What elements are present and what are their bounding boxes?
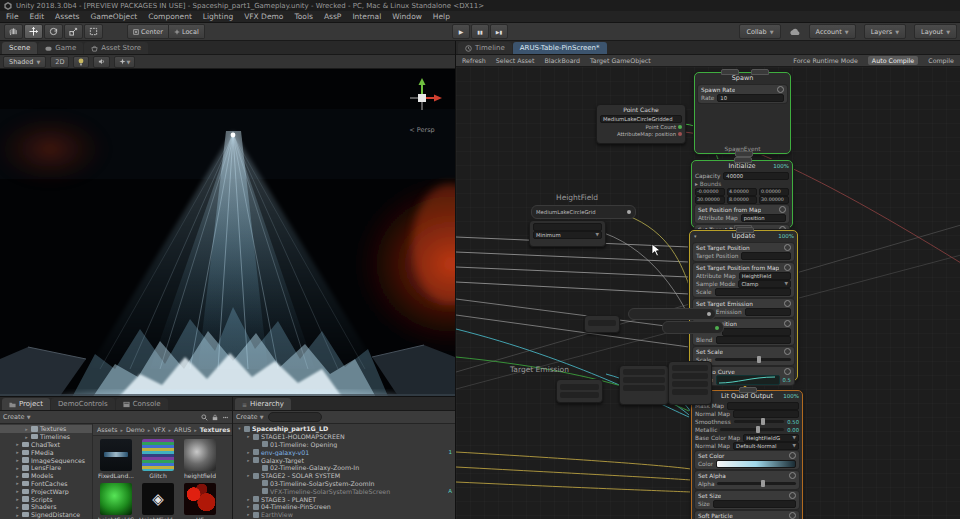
asset-item[interactable]: heightfieldG bbox=[97, 483, 135, 519]
hierarchy-item[interactable]: VFX-Timeline-SolarSystemTableScreenA bbox=[233, 487, 455, 495]
step-button[interactable]: ▶▮ bbox=[490, 24, 508, 39]
folder-item[interactable]: ▸Textures bbox=[0, 425, 92, 433]
slider-track[interactable] bbox=[720, 428, 784, 431]
breadcrumb[interactable]: Assets▸Demo▸VFX▸ARUS▸Textures bbox=[93, 424, 232, 436]
menu-vfx-demo[interactable]: VFX Demo bbox=[244, 12, 283, 21]
folder-item[interactable]: ▸ProjectWarp bbox=[0, 487, 92, 495]
breadcrumb-segment[interactable]: Assets bbox=[97, 426, 118, 433]
hierarchy-item[interactable]: ▸EarthView bbox=[233, 511, 455, 519]
folder-item[interactable]: ▸Shaders bbox=[0, 503, 92, 511]
block-enabled-toggle[interactable] bbox=[789, 472, 796, 479]
account-button[interactable]: Account▼ bbox=[809, 24, 856, 39]
search-icon[interactable] bbox=[201, 414, 208, 421]
folder-item[interactable]: ▸Models bbox=[0, 472, 92, 480]
hierarchy-item[interactable]: ▸STAGE1-HOLOMAPSCREEN bbox=[233, 433, 455, 441]
asset-item[interactable]: HF bbox=[181, 483, 219, 519]
point-cache-output-map[interactable]: AttributeMap: position bbox=[597, 130, 685, 137]
collab-button[interactable]: Collab▼ bbox=[739, 24, 780, 39]
block-enabled-toggle[interactable] bbox=[784, 348, 791, 355]
tab-console[interactable]: Console bbox=[116, 398, 168, 410]
value-field[interactable]: 40000 bbox=[723, 172, 789, 180]
menu-edit[interactable]: Edit bbox=[30, 12, 45, 21]
collapse-icon[interactable]: ▾ bbox=[694, 233, 697, 239]
vfx-target-gameobject-button[interactable]: Target GameObject bbox=[590, 57, 651, 64]
tab-democontrols[interactable]: DemoControls bbox=[51, 398, 115, 410]
vfx-mini-node-te3[interactable] bbox=[668, 361, 712, 405]
layers-button[interactable]: Layers▼ bbox=[864, 24, 906, 39]
vfx-auto-compile-button[interactable]: Auto Compile bbox=[868, 56, 918, 65]
vfx-mini-pill-1[interactable] bbox=[628, 308, 716, 320]
texture-bar-field[interactable] bbox=[727, 402, 799, 410]
block-enabled-toggle[interactable] bbox=[784, 320, 791, 327]
cloud-icon[interactable] bbox=[789, 28, 801, 36]
slider-knob[interactable] bbox=[761, 418, 765, 425]
dropdown-field[interactable]: Default-Normal▼ bbox=[733, 442, 799, 450]
folder-item[interactable]: ▸ChadText bbox=[0, 441, 92, 449]
vfx-mini-pill-2[interactable] bbox=[662, 321, 724, 334]
tab-asset-store[interactable]: Asset Store bbox=[84, 42, 148, 54]
vector-component-field[interactable]: 8.00000 bbox=[727, 196, 757, 204]
menu-help[interactable]: Help bbox=[433, 12, 450, 21]
audio-toggle[interactable] bbox=[93, 56, 110, 68]
hierarchy-item[interactable]: ▸env-galaxy-v011 bbox=[233, 448, 455, 456]
vfx-compile-button[interactable]: Compile bbox=[928, 57, 954, 64]
value-field[interactable]: 10 bbox=[717, 94, 784, 102]
asset-item[interactable]: ◈HeightField... bbox=[139, 483, 177, 519]
value-field[interactable] bbox=[715, 288, 791, 296]
curve-field[interactable] bbox=[716, 375, 779, 385]
tab-game[interactable]: Game bbox=[38, 42, 83, 54]
tab-project[interactable]: Project bbox=[2, 398, 50, 410]
vfx-blackboard-button[interactable]: BlackBoard bbox=[544, 57, 580, 64]
vfx-refresh-button[interactable]: Refresh bbox=[462, 57, 486, 64]
menu-file[interactable]: File bbox=[6, 12, 19, 21]
panel-menu-icon[interactable] bbox=[222, 414, 229, 421]
vector-component-field[interactable]: -0.00000 bbox=[695, 188, 725, 196]
vfx-node-point-cache[interactable]: Point Cache MediumLakeCircleGridded Poin… bbox=[596, 104, 686, 144]
hierarchy-item[interactable]: 03-Timeline-SolarSystem-ZoomIn bbox=[233, 480, 455, 488]
block-enabled-toggle[interactable] bbox=[784, 264, 791, 271]
dropdown-field[interactable]: Clamp▼ bbox=[738, 280, 791, 288]
texture-bar-field[interactable] bbox=[733, 410, 799, 418]
perspective-label[interactable]: < Persp bbox=[399, 126, 445, 134]
block-enabled-toggle[interactable] bbox=[784, 300, 791, 307]
point-cache-asset-field[interactable]: MediumLakeCircleGridded bbox=[600, 115, 682, 123]
asset-item[interactable]: heightfield bbox=[181, 439, 219, 479]
slider-track[interactable] bbox=[717, 482, 796, 485]
vfx-block[interactable]: Soft ParticleFade DistanceSoft Particle … bbox=[695, 511, 799, 519]
point-cache-output-count[interactable]: Point Count bbox=[597, 123, 685, 130]
vfx-context-initialize[interactable]: Initialize100%Capacity40000▸ Bounds-0.00… bbox=[691, 160, 793, 228]
folder-item[interactable]: ▸SignedDistance bbox=[0, 511, 92, 519]
menu-assp[interactable]: AssP bbox=[324, 12, 341, 21]
sampler-texture-field[interactable] bbox=[533, 223, 602, 231]
pivot-center-button[interactable]: Center bbox=[127, 24, 169, 39]
block-enabled-toggle[interactable] bbox=[789, 512, 796, 519]
dropdown-field[interactable]: HeightFieldG▼ bbox=[743, 434, 799, 442]
value-field[interactable] bbox=[741, 252, 791, 260]
vfx-block[interactable]: Set ColorColor bbox=[695, 451, 799, 469]
menu-component[interactable]: Component bbox=[148, 12, 192, 21]
breadcrumb-segment[interactable]: Textures bbox=[200, 426, 230, 433]
project-create-button[interactable]: Create ▼ bbox=[3, 413, 31, 421]
folder-item[interactable]: ▸FontCaches bbox=[0, 480, 92, 488]
menu-internal[interactable]: Internal bbox=[352, 12, 381, 21]
value-field[interactable] bbox=[722, 328, 791, 336]
asset-item[interactable]: FixedLand... bbox=[97, 439, 135, 479]
vfx-force-runtime-button[interactable]: Force Runtime Mode bbox=[793, 57, 858, 64]
slider-knob[interactable] bbox=[761, 480, 765, 487]
rotate-tool-icon[interactable] bbox=[44, 24, 63, 39]
folder-item[interactable]: ▸ImageSequences bbox=[0, 456, 92, 464]
effects-dropdown[interactable]: ▼ bbox=[114, 56, 135, 68]
vfx-mini-node-te1[interactable] bbox=[556, 379, 603, 403]
folder-item[interactable]: ▸FMedia bbox=[0, 448, 92, 456]
vfx-block[interactable]: Set Target PositionTarget Position bbox=[693, 243, 794, 261]
value-field[interactable]: HeightField bbox=[739, 272, 791, 280]
block-enabled-toggle[interactable] bbox=[784, 368, 791, 375]
folder-item[interactable]: ▸Scripts bbox=[0, 495, 92, 503]
lighting-toggle[interactable] bbox=[73, 56, 89, 68]
play-button[interactable]: ▶ bbox=[452, 24, 470, 39]
layout-button[interactable]: Layout▼ bbox=[914, 24, 957, 39]
vector-component-field[interactable]: 4.00000 bbox=[727, 188, 757, 196]
hierarchy-item[interactable]: ▸Galaxy-Target bbox=[233, 456, 455, 464]
vector-component-field[interactable]: 0.00000 bbox=[759, 188, 789, 196]
menu-gameobject[interactable]: GameObject bbox=[91, 12, 138, 21]
